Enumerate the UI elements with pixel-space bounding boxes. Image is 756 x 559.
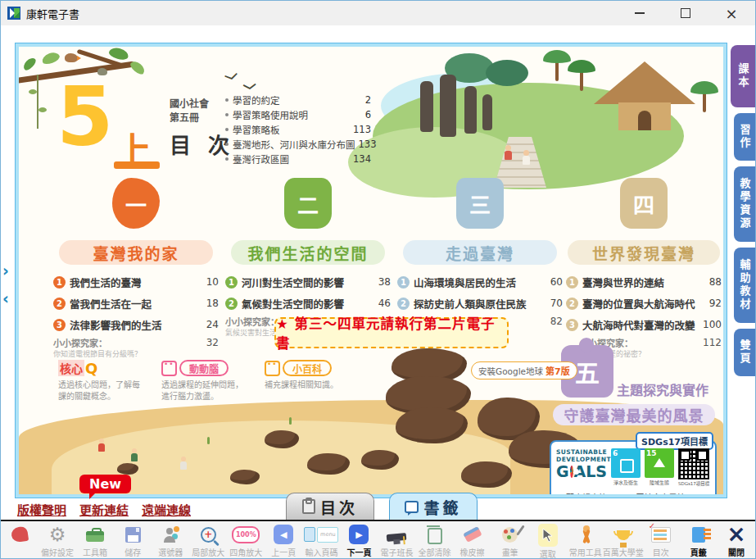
unit-3-badge: 三 (456, 178, 504, 229)
walking-figure (179, 457, 188, 470)
bottom-tab-bookmark[interactable]: 書籤 (389, 493, 478, 520)
toolbar-item-clear-all[interactable]: 全部清除 (416, 521, 454, 558)
front-matter-page: 2 (365, 94, 371, 106)
maximize-button[interactable] (677, 5, 695, 21)
toolbar-item-corner-zoom[interactable]: 100%四角放大 (227, 521, 265, 558)
side-tab-workbook[interactable]: 習作 (734, 113, 755, 161)
bottom-tab-toc[interactable]: 目次 (286, 493, 374, 520)
entry-label: 山海環境與居民的生活 (414, 275, 550, 290)
update-link[interactable]: 更新連結 (79, 501, 129, 518)
sdg-17-goals-button[interactable]: SDGs17項目標 (636, 432, 713, 450)
toolbar-item-chat[interactable] (1, 521, 38, 546)
toolbar-item-quiz-show[interactable]: 百萬大學堂 (604, 521, 642, 558)
toolbar-item-partial-zoom[interactable]: +局部放大 (189, 521, 227, 558)
toolbar-item-page-input[interactable]: menu輸入頁碼 (302, 521, 340, 558)
rock-shape (230, 470, 260, 484)
rock-shape (117, 463, 138, 475)
toolbar-item-number-picker[interactable]: 選號器 (152, 521, 189, 558)
toolbar-item-label: 電子班長 (380, 546, 413, 558)
front-matter-page: 134 (353, 153, 371, 165)
entry-page: 18 (206, 298, 219, 309)
rock-shape (396, 407, 468, 443)
google-earth-label: 安裝Google地球 (478, 365, 543, 377)
toolbar-item-toolbox[interactable]: 工具箱 (76, 521, 114, 558)
checklist-icon (651, 527, 671, 543)
toolbar-item-eraser[interactable]: 橡皮擦 (454, 521, 491, 558)
explorer-page: 82 (550, 316, 563, 327)
google-earth-version: 第7版 (545, 364, 570, 377)
side-tab-supplementary[interactable]: 輔助教材 (734, 248, 755, 323)
toc-entry: 1臺灣與世界的連結88 (566, 271, 722, 293)
entry-number: 2 (566, 298, 578, 310)
toolbar-item-next-page[interactable]: ▶下一頁 (340, 521, 378, 558)
entry-page: 60 (550, 276, 563, 288)
leaf-shape (21, 56, 38, 72)
sdg-tile-15: 15 陸域生態 (645, 448, 674, 486)
toolbar-item-select[interactable]: 選取 (529, 521, 567, 559)
list-item: 臺灣地形、河川與水庫分布圖133 (225, 137, 371, 152)
toolbar-item-prev-page[interactable]: ◀上一頁 (265, 521, 302, 558)
unit-5-topic: 守護臺灣最美的風景 (553, 404, 715, 425)
google-earth-badge[interactable]: 安裝Google地球 第7版 (471, 361, 577, 379)
new-badge: New (79, 475, 131, 493)
side-tab-textbook[interactable]: 課本 (731, 45, 755, 107)
bullet-icon (225, 157, 229, 161)
walking-figure (97, 439, 106, 452)
toolbar-item-label: 輸入頁碼 (305, 546, 337, 558)
gear-icon: ⚙ (49, 525, 66, 543)
walking-figure (130, 448, 138, 461)
unit-2-badge: 二 (284, 178, 332, 229)
water-icon (620, 459, 634, 473)
entry-page: 88 (709, 276, 722, 288)
toolbar-item-e-captain[interactable]: 電子班長 (378, 521, 415, 558)
entry-label: 臺灣與世界的連結 (582, 275, 709, 290)
toolbar-item-label: 關閉 (728, 546, 745, 558)
close-window-button[interactable]: × (722, 5, 740, 21)
subject-block: 國小社會 第五冊 (170, 98, 209, 125)
front-matter-page: 6 (365, 109, 371, 120)
toolbar-item-page-tabs[interactable]: 頁籤 (680, 521, 718, 558)
stone-statue-shape (440, 75, 456, 137)
chevron-right-icon[interactable]: › (2, 261, 9, 280)
entry-label: 我們生活的臺灣 (70, 275, 206, 290)
toolbar-item-pen[interactable]: 畫筆 (491, 521, 529, 558)
grass-shape (207, 437, 210, 444)
bullet-icon (225, 98, 229, 102)
grade-number: 5 (57, 78, 114, 156)
front-matter-list: 學習的約定2 學習策略使用說明6 學習策略板113 臺灣地形、河川與水庫分布圖1… (225, 93, 371, 166)
sdg-box: SDGs17項目標 SUSTAINABLE DEVELOPMENT GALS 6… (550, 440, 717, 494)
entry-page: 10 (206, 276, 219, 288)
toolbar-item-label: 偏好設定 (41, 546, 74, 558)
unit-2-title: 我們生活的空間 (231, 240, 385, 265)
remote-link[interactable]: 遠端連線 (142, 501, 191, 518)
toolbar-item-label: 選號器 (158, 546, 183, 558)
toolbar-item-label: 下一頁 (346, 546, 371, 558)
toolbar-item-common-tools[interactable]: 常用工具 (567, 521, 604, 558)
toc-entry: 1我們生活的臺灣10 (53, 271, 219, 293)
legend-desc: 補充課程相關知識。 (265, 379, 353, 391)
side-tab-teaching-resources[interactable]: 教學資源 (734, 166, 755, 242)
entry-page: 24 (206, 319, 219, 330)
toolbar-item-toc[interactable]: 目次 (642, 521, 680, 558)
entry-number: 1 (225, 276, 238, 289)
toc-entry: 3法律影響我們的生活24 (53, 314, 219, 335)
toolbar-item-preferences[interactable]: ⚙偏好設定 (38, 521, 76, 558)
side-tab-two-page[interactable]: 雙頁 (734, 329, 755, 376)
palette-icon (502, 527, 518, 543)
side-tab-bar: 課本 習作 教學資源 輔助教材 雙頁 (731, 45, 755, 382)
toolbar-item-save[interactable]: 儲存 (114, 521, 152, 558)
grade-underline (114, 161, 160, 169)
stone-statue-shape (420, 81, 433, 132)
sdg-tile-number: 6 (613, 449, 618, 457)
bullet-icon (225, 128, 229, 131)
chevron-left-icon[interactable]: ‹ (2, 289, 9, 307)
legend-q-icon: Q (85, 360, 97, 377)
list-item: 學習策略使用說明6 (225, 107, 371, 122)
bookmark-tag-icon (405, 501, 419, 513)
legend-title: 動動腦 (179, 360, 229, 376)
minimize-button[interactable] (631, 5, 649, 21)
entry-page: 38 (378, 276, 391, 288)
copyright-link[interactable]: 版權聲明 (17, 501, 66, 518)
rock-shape (361, 450, 399, 470)
toolbar-item-close[interactable]: ×關閉 (718, 521, 755, 558)
